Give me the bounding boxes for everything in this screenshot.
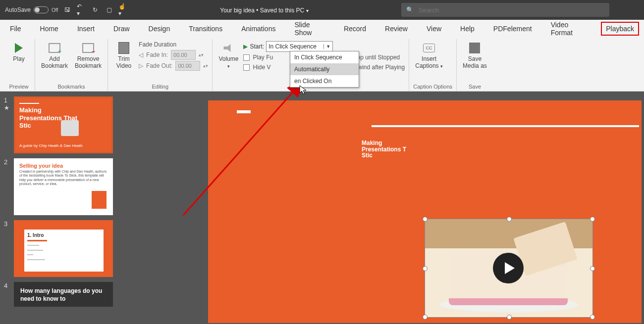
present-icon[interactable]: ▢ bbox=[105, 5, 113, 14]
tab-file[interactable]: File bbox=[5, 21, 26, 37]
insert-captions-button[interactable]: CC Insert Captions ▾ bbox=[413, 40, 445, 71]
resize-handle[interactable] bbox=[423, 266, 428, 271]
tab-animations[interactable]: Animations bbox=[236, 21, 280, 37]
fade-duration-label: Fade Duration bbox=[139, 41, 208, 48]
start-opt-in-click[interactable]: In Click Sequence bbox=[290, 51, 359, 63]
autosave-state: Off bbox=[52, 7, 58, 13]
start-opt-automatically[interactable]: Automatically bbox=[290, 63, 359, 75]
document-title[interactable]: Your big idea • Saved to this PC ▾ bbox=[127, 6, 401, 14]
save-media-button[interactable]: Save Media as bbox=[461, 40, 489, 71]
tab-view[interactable]: View bbox=[422, 21, 446, 37]
trim-icon bbox=[116, 41, 131, 55]
start-row: ▶ Start: In Click Sequence ▼ bbox=[243, 41, 333, 52]
cake-thumbnail-icon bbox=[61, 120, 79, 136]
search-icon: 🔍 bbox=[406, 6, 414, 13]
undo-icon[interactable]: ↶ ▾ bbox=[77, 5, 86, 14]
video-object[interactable] bbox=[425, 219, 593, 318]
bookmark-add-icon bbox=[47, 41, 62, 55]
thumb-number: 2 bbox=[4, 158, 11, 215]
ribbon-content: Play Preview Add Bookmark Remove Bookmar… bbox=[0, 37, 644, 92]
resize-handle[interactable] bbox=[590, 217, 595, 222]
chevron-down-icon[interactable]: ▼ bbox=[323, 44, 330, 49]
play-icon bbox=[11, 41, 26, 55]
resize-handle[interactable] bbox=[590, 266, 595, 271]
cursor-icon bbox=[299, 85, 307, 96]
bookmark-remove-icon bbox=[81, 41, 96, 55]
resize-handle[interactable] bbox=[423, 217, 428, 222]
tab-review[interactable]: Review bbox=[380, 21, 413, 37]
resize-handle[interactable] bbox=[590, 315, 595, 320]
fade-in-row[interactable]: ◁ Fade In: 00.00 ▴▾ bbox=[139, 50, 208, 60]
decorative-dash bbox=[237, 110, 251, 113]
slide-thumb-4[interactable]: How many languages do you need to know t… bbox=[14, 282, 113, 307]
tab-draw[interactable]: Draw bbox=[108, 21, 135, 37]
start-select[interactable]: In Click Sequence ▼ bbox=[266, 41, 333, 52]
fade-in-value[interactable]: 00.00 bbox=[171, 50, 196, 60]
thumb-number: 3 bbox=[4, 220, 11, 277]
search-box[interactable]: 🔍 bbox=[401, 3, 609, 17]
thumb-number: 4 bbox=[4, 282, 11, 307]
resize-handle[interactable] bbox=[507, 315, 512, 320]
play-button[interactable]: Play bbox=[7, 40, 31, 64]
group-editing-label: Editing bbox=[112, 82, 208, 91]
star-icon: ★ bbox=[4, 104, 9, 111]
slide-thumb-3[interactable]: 1. Intro ━━━━━━━━━━━━━━━━━━━━━━━━━━ bbox=[14, 220, 113, 277]
start-dropdown: In Click Sequence Automatically en Click… bbox=[290, 51, 359, 88]
save-disk-icon bbox=[467, 41, 482, 55]
fade-triangle-icon: ◁ bbox=[139, 51, 143, 58]
speaker-icon bbox=[221, 41, 236, 55]
touch-icon[interactable]: ☝ ▾ bbox=[118, 5, 127, 14]
tab-design[interactable]: Design bbox=[144, 21, 175, 37]
ribbon-tabs: File Home Insert Draw Design Transitions… bbox=[0, 20, 644, 37]
tab-pdfelement[interactable]: PDFelement bbox=[488, 21, 537, 37]
resize-handle[interactable] bbox=[507, 217, 512, 222]
slide-thumb-2[interactable]: Selling your idea Created in partnership… bbox=[14, 158, 113, 215]
tab-help[interactable]: Help bbox=[455, 21, 480, 37]
spinner-icon[interactable]: ▴▾ bbox=[203, 63, 208, 68]
add-bookmark-button[interactable]: Add Bookmark bbox=[39, 40, 70, 71]
tab-transitions[interactable]: Transitions bbox=[184, 21, 227, 37]
video-play-icon[interactable] bbox=[493, 253, 524, 283]
autosave-label: AutoSave bbox=[5, 6, 31, 13]
save-icon[interactable]: 🖫 bbox=[63, 5, 72, 14]
tab-insert[interactable]: Insert bbox=[72, 21, 100, 37]
tab-record[interactable]: Record bbox=[339, 21, 371, 37]
tab-home[interactable]: Home bbox=[35, 21, 63, 37]
cc-icon: CC bbox=[422, 41, 436, 55]
group-caption-label: Caption Options bbox=[413, 82, 452, 91]
fade-triangle-icon: ▷ bbox=[139, 62, 143, 69]
resize-handle[interactable] bbox=[423, 315, 428, 320]
slide-thumbnails: 1★ Making Presentations That Stic A guid… bbox=[0, 92, 129, 324]
tab-playback[interactable]: Playback bbox=[601, 22, 639, 36]
search-input[interactable] bbox=[419, 6, 604, 14]
group-preview-label: Preview bbox=[7, 82, 31, 91]
group-save-label: Save bbox=[461, 82, 489, 91]
trim-video-button[interactable]: Trim Video bbox=[112, 40, 136, 71]
volume-button[interactable]: Volume▾ bbox=[216, 40, 240, 71]
fade-out-value[interactable]: 00.00 bbox=[175, 61, 200, 71]
toggle-switch[interactable] bbox=[34, 6, 49, 13]
group-bookmarks-label: Bookmarks bbox=[39, 82, 104, 91]
fade-out-row[interactable]: ▷ Fade Out: 00.00 ▴▾ bbox=[139, 61, 208, 71]
slide-title-text[interactable]: Making Presentations T Stic bbox=[362, 140, 406, 159]
thumb-number: 1 bbox=[4, 97, 7, 104]
spinner-icon[interactable]: ▴▾ bbox=[199, 52, 204, 57]
autosave-toggle[interactable]: AutoSave Off bbox=[5, 6, 58, 13]
book-icon bbox=[92, 191, 107, 209]
redo-icon[interactable]: ↻ bbox=[91, 5, 100, 14]
slide-thumb-1[interactable]: Making Presentations That Stic A guide b… bbox=[14, 96, 113, 153]
start-play-icon: ▶ bbox=[243, 43, 248, 50]
remove-bookmark-button[interactable]: Remove Bookmark bbox=[73, 40, 104, 71]
decorative-rule bbox=[372, 125, 639, 127]
